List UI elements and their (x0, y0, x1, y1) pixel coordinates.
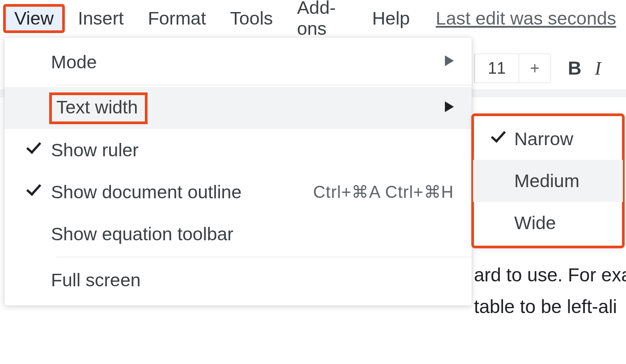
chevron-right-icon (445, 55, 454, 69)
font-size-increase[interactable]: + (519, 59, 550, 78)
menu-tools[interactable]: Tools (220, 5, 283, 32)
menu-item-mode-label: Mode (49, 52, 445, 73)
menu-addons[interactable]: Add-ons (287, 0, 358, 42)
italic-button[interactable]: I (595, 58, 601, 79)
highlight-box: Text width (49, 92, 148, 124)
submenu-item-narrow-label: Narrow (512, 129, 609, 150)
check-icon (18, 142, 49, 158)
menu-divider (56, 85, 472, 85)
menu-view[interactable]: View (4, 5, 63, 32)
view-dropdown: Mode Text width Show ruler Show document… (4, 38, 472, 305)
submenu-item-wide[interactable]: Wide (473, 202, 623, 244)
bold-button[interactable]: B (568, 58, 581, 79)
menu-item-full-screen-label: Full screen (49, 270, 454, 291)
check-icon (18, 184, 49, 200)
submenu-item-narrow[interactable]: Narrow (473, 118, 623, 160)
document-text-fragment: ard to use. For exa table to be left-ali (474, 259, 626, 323)
submenu-item-medium[interactable]: Medium (473, 160, 623, 202)
document-line-2: table to be left-ali (474, 291, 626, 322)
menu-item-full-screen[interactable]: Full screen (4, 259, 472, 301)
document-line-1: ard to use. For exa (474, 259, 626, 291)
check-icon (484, 131, 512, 146)
toolbar-right: 11 + B I (474, 53, 626, 84)
menu-insert[interactable]: Insert (68, 5, 134, 32)
submenu-item-medium-label: Medium (512, 171, 609, 192)
menu-item-show-ruler[interactable]: Show ruler (4, 129, 472, 171)
last-edit-link[interactable]: Last edit was seconds (431, 5, 622, 32)
menubar: View Insert Format Tools Add-ons Help La… (0, 0, 626, 37)
menu-item-show-outline[interactable]: Show document outline Ctrl+⌘A Ctrl+⌘H (4, 171, 472, 213)
chevron-right-icon (445, 101, 454, 115)
font-size-group: 11 + (474, 54, 551, 83)
menu-item-show-outline-label: Show document outline (49, 182, 313, 203)
menu-item-text-width[interactable]: Text width (4, 87, 472, 129)
menu-item-text-width-label: Text width (49, 92, 445, 124)
menu-item-show-equation-label: Show equation toolbar (49, 224, 454, 245)
menu-format[interactable]: Format (138, 5, 216, 32)
submenu-item-wide-label: Wide (512, 213, 609, 234)
menu-help[interactable]: Help (362, 5, 419, 32)
menu-item-show-outline-shortcut: Ctrl+⌘A Ctrl+⌘H (313, 182, 454, 202)
font-size-input[interactable]: 11 (474, 54, 519, 83)
menu-item-show-equation-toolbar[interactable]: Show equation toolbar (4, 213, 472, 255)
menu-item-show-ruler-label: Show ruler (49, 140, 454, 161)
menu-item-mode[interactable]: Mode (4, 41, 472, 83)
menu-divider (56, 257, 472, 257)
text-width-submenu: Narrow Medium Wide (473, 115, 623, 247)
